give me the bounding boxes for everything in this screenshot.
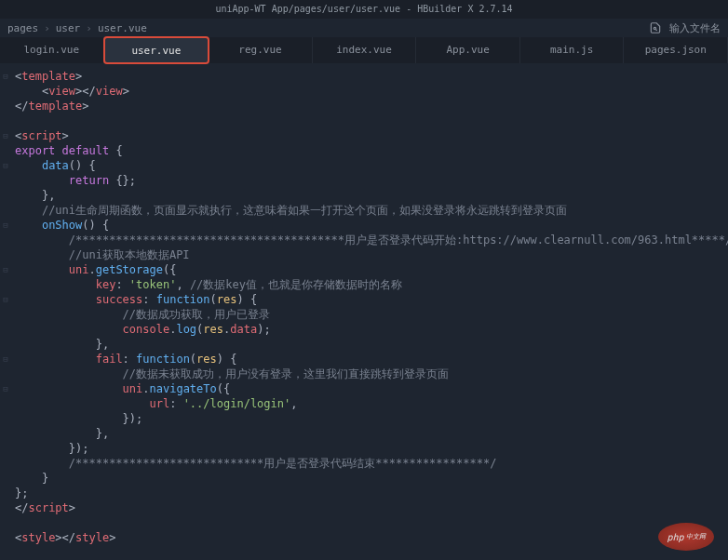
- svg-point-0: [654, 27, 655, 29]
- search-input-placeholder[interactable]: 输入文件名: [669, 21, 721, 35]
- tab-login[interactable]: login.vue: [0, 37, 104, 63]
- chevron-right-icon: ›: [44, 22, 50, 34]
- tab-index[interactable]: index.vue: [313, 37, 417, 63]
- chevron-right-icon: ›: [86, 22, 92, 34]
- breadcrumb-item[interactable]: pages: [7, 22, 38, 34]
- breadcrumb-item[interactable]: user: [56, 22, 81, 34]
- title-bar: uniApp-WT App/pages/user/user.vue - HBui…: [0, 0, 728, 19]
- tab-main[interactable]: main.js: [520, 37, 625, 63]
- search-area: 输入文件名: [649, 21, 721, 35]
- tab-pages[interactable]: pages.json: [624, 37, 728, 63]
- window-title: uniApp-WT App/pages/user/user.vue - HBui…: [215, 4, 512, 14]
- code-editor[interactable]: ⊟<template> <view></view> </template> ⊟<…: [0, 63, 728, 551]
- tab-app[interactable]: App.vue: [416, 37, 520, 63]
- breadcrumb: pages › user › user.vue 输入文件名: [0, 19, 728, 37]
- watermark-logo: php中文网: [658, 523, 714, 551]
- file-search-icon[interactable]: [649, 21, 662, 34]
- breadcrumb-item[interactable]: user.vue: [98, 22, 147, 34]
- tabs: login.vue user.vue reg.vue index.vue App…: [0, 37, 728, 63]
- tab-user[interactable]: user.vue: [103, 36, 210, 64]
- tab-reg[interactable]: reg.vue: [209, 37, 313, 63]
